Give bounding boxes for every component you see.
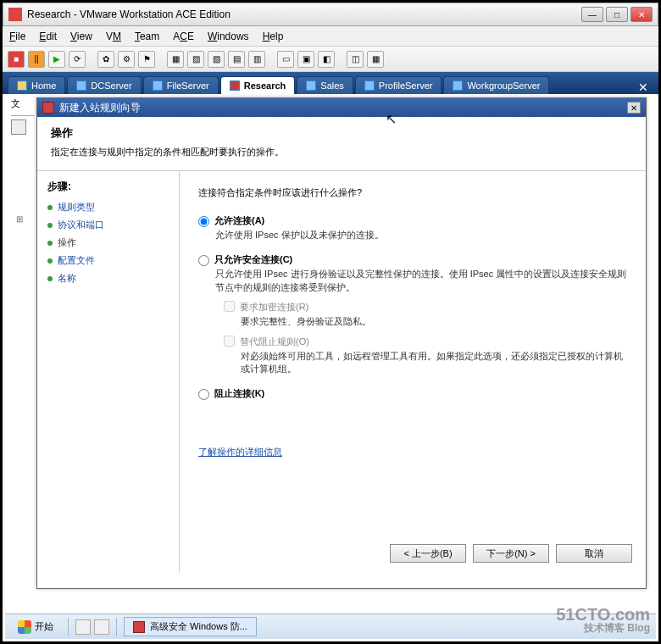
option-block: 阻止连接(K) — [198, 387, 630, 400]
vm-icon — [76, 80, 86, 91]
step-profile[interactable]: 配置文件 — [47, 254, 169, 267]
wizard-window: 新建入站规则向导 ✕ 操作 指定在连接与规则中指定的条件相匹配时要执行的操作。 … — [36, 97, 647, 589]
menu-edit[interactable]: Edit — [39, 31, 57, 42]
tab-sales[interactable]: Sales — [297, 76, 353, 94]
option-secure: 只允许安全连接(C) 只允许使用 IPsec 进行身份验证以及完整性保护的连接。… — [198, 253, 630, 375]
left-strip: 文 — [11, 97, 35, 138]
wizard-header: 操作 指定在连接与规则中指定的条件相匹配时要执行的操作。 — [37, 117, 646, 171]
view-icon-2[interactable]: ▣ — [297, 51, 314, 68]
reset-icon[interactable]: ⟳ — [69, 51, 86, 68]
tool-icon-2[interactable]: ▨ — [187, 51, 204, 68]
wizard-heading: 操作 — [51, 125, 632, 141]
vm-icon — [453, 80, 463, 91]
left-label: 文 — [11, 97, 35, 110]
tab-research[interactable]: Research — [220, 76, 296, 94]
option-allow: 允许连接(A) 允许使用 IPsec 保护以及未保护的连接。 — [198, 214, 630, 242]
check-override — [224, 336, 235, 347]
tool-icon-4[interactable]: ▤ — [228, 51, 245, 68]
guest-taskbar: 开始 高级安全 Windows 防... — [5, 613, 656, 639]
tab-home[interactable]: Home — [8, 76, 65, 94]
wizard-content: 连接符合指定条件时应该进行什么操作? 允许连接(A) 允许使用 IPsec 保护… — [180, 171, 646, 573]
start-button[interactable]: 开始 — [10, 618, 61, 636]
wizard-buttons: < 上一步(B) 下一步(N) > 取消 — [390, 544, 632, 563]
tab-dcserver[interactable]: DCServer — [67, 76, 141, 94]
step-rule-type[interactable]: 规则类型 — [47, 201, 169, 214]
pause-icon[interactable]: || — [28, 51, 45, 68]
cancel-button[interactable]: 取消 — [556, 544, 632, 563]
menu-ace[interactable]: ACE — [173, 31, 194, 42]
minimize-button[interactable]: — — [581, 7, 603, 22]
home-icon — [17, 80, 27, 91]
tool-icon-1[interactable]: ▦ — [167, 51, 184, 68]
menu-team[interactable]: Team — [135, 31, 159, 42]
view-icon-3[interactable]: ◧ — [318, 51, 335, 68]
ql-icon-2[interactable] — [94, 619, 109, 635]
tab-profileserver[interactable]: ProfileServer — [355, 76, 442, 94]
sidebar-icon[interactable] — [11, 119, 26, 135]
vmware-icon — [8, 8, 22, 21]
step-action[interactable]: 操作 — [47, 236, 169, 249]
menu-help[interactable]: Help — [263, 31, 284, 42]
option-allow-desc: 允许使用 IPsec 保护以及未保护的连接。 — [215, 229, 630, 242]
wizard-steps: 步骤: 规则类型 协议和端口 操作 配置文件 名称 — [37, 171, 180, 573]
radio-allow[interactable] — [198, 216, 209, 227]
vm-icon — [230, 80, 240, 91]
power-off-icon[interactable]: ■ — [8, 51, 25, 68]
app-titlebar: Research - VMware Workstation ACE Editio… — [3, 3, 658, 26]
vm-icon — [153, 80, 163, 91]
vm-icon — [306, 80, 316, 91]
learn-more-link[interactable]: 了解操作的详细信息 — [198, 446, 282, 458]
taskbar-task[interactable]: 高级安全 Windows 防... — [124, 617, 257, 636]
maximize-button[interactable]: □ — [606, 7, 628, 22]
menu-vm[interactable]: VM — [106, 31, 121, 42]
view-icon-5[interactable]: ▦ — [367, 51, 384, 68]
step-name[interactable]: 名称 — [47, 272, 169, 285]
revert-icon[interactable]: ⚙ — [118, 51, 135, 68]
app-title: Research - VMware Workstation ACE Editio… — [27, 8, 231, 20]
sub-encrypt: 要求加密连接(R) 要求完整性、身份验证及隐私。 — [224, 301, 630, 328]
vm-tabstrip: Home DCServer FileServer Research Sales … — [3, 72, 658, 94]
quick-launch — [75, 619, 109, 635]
back-button[interactable]: < 上一步(B) — [390, 544, 466, 563]
manage-icon[interactable]: ⚑ — [138, 51, 155, 68]
toolbar: ■ || ▶ ⟳ ✿ ⚙ ⚑ ▦ ▨ ▧ ▤ ▥ ▭ ▣ ◧ ◫ ▦ — [3, 47, 658, 72]
ql-icon-1[interactable] — [75, 619, 91, 635]
tool-icon-3[interactable]: ▧ — [208, 51, 225, 68]
sub-override: 替代阻止规则(O) 对必须始终可用的工具，如远程管理工具有用。如果指定此选项，还… — [224, 336, 630, 376]
check-encrypt — [224, 301, 235, 312]
tab-fileserver[interactable]: FileServer — [143, 76, 219, 94]
wizard-question: 连接符合指定条件时应该进行什么操作? — [198, 186, 630, 199]
tab-workgroupserver[interactable]: WorkgroupServer — [443, 76, 549, 94]
wizard-titlebar: 新建入站规则向导 ✕ — [37, 98, 646, 117]
view-icon-4[interactable]: ◫ — [347, 51, 364, 68]
step-protocol-port[interactable]: 协议和端口 — [47, 219, 169, 231]
close-button[interactable]: ✕ — [630, 7, 653, 22]
wizard-title: 新建入站规则向导 — [59, 101, 141, 115]
option-secure-desc: 只允许使用 IPsec 进行身份验证以及完整性保护的连接。使用 IPsec 属性… — [215, 268, 630, 294]
shield-icon — [133, 621, 145, 633]
tool-icon-5[interactable]: ▥ — [248, 51, 265, 68]
tab-close-icon[interactable]: ✕ — [633, 80, 653, 94]
snapshot-icon[interactable]: ✿ — [97, 51, 114, 68]
tree-expand-icon[interactable]: ⊞ — [16, 214, 23, 224]
menu-view[interactable]: View — [70, 31, 92, 42]
wizard-subheading: 指定在连接与规则中指定的条件相匹配时要执行的操作。 — [51, 146, 632, 158]
vm-icon — [364, 80, 375, 91]
steps-header: 步骤: — [47, 180, 169, 194]
shield-icon — [42, 102, 54, 114]
play-icon[interactable]: ▶ — [48, 51, 65, 68]
next-button[interactable]: 下一步(N) > — [473, 544, 549, 563]
menu-windows[interactable]: Windows — [208, 31, 249, 42]
radio-secure[interactable] — [198, 255, 209, 266]
windows-flag-icon — [18, 620, 31, 634]
wizard-close-button[interactable]: ✕ — [627, 102, 641, 114]
menu-file[interactable]: File — [9, 31, 25, 42]
radio-block[interactable] — [198, 389, 209, 400]
view-icon-1[interactable]: ▭ — [277, 51, 294, 68]
menubar: File Edit View VM Team ACE Windows Help — [3, 26, 658, 47]
